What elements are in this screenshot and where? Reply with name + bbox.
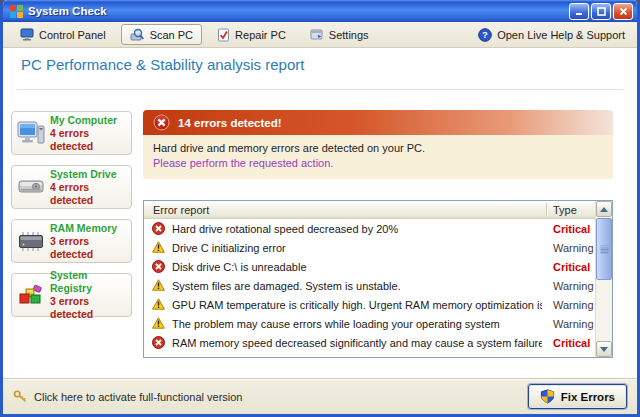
column-header-error-report[interactable]: Error report	[153, 204, 209, 216]
table-row[interactable]: RAM memory speed decreased significantly…	[144, 333, 595, 352]
error-type: Critical	[553, 337, 590, 349]
window-title: System Check	[28, 5, 567, 17]
sidebar-item-status: 3 errors detected	[50, 235, 128, 261]
toolbar-label: Settings	[329, 29, 369, 41]
repair-pc-icon	[217, 28, 230, 42]
toolbar-label: Repair PC	[235, 29, 286, 41]
close-button[interactable]	[613, 3, 633, 20]
hard-drive-icon	[15, 176, 47, 198]
title-divider	[17, 89, 623, 90]
activate-text: Click here to activate full-functional v…	[34, 391, 242, 403]
titlebar[interactable]: System Check	[3, 0, 637, 22]
warning-triangle-icon	[152, 279, 165, 292]
toolbar-control-panel[interactable]: Control Panel	[11, 24, 115, 45]
sidebar-item-status: 3 errors detected	[50, 295, 128, 321]
svg-text:?: ?	[482, 29, 488, 40]
alert-line1: Hard drive and memory errors are detecte…	[153, 141, 603, 156]
sidebar: My Computer 4 errors detected System Dri…	[11, 111, 132, 317]
shield-icon	[540, 389, 555, 404]
error-text: The problem may cause errors while loadi…	[172, 318, 500, 330]
toolbar-repair-pc[interactable]: Repair PC	[208, 24, 295, 46]
footer-bar: Click here to activate full-functional v…	[3, 378, 637, 414]
sidebar-item-my-computer[interactable]: My Computer 4 errors detected	[11, 111, 132, 155]
error-type: Warning	[553, 280, 594, 292]
sidebar-item-title: My Computer	[50, 114, 128, 127]
chevron-up-icon	[600, 207, 608, 212]
help-icon: ?	[478, 28, 492, 42]
sidebar-item-ram-memory[interactable]: RAM Memory 3 errors detected	[11, 219, 132, 263]
vertical-scrollbar[interactable]	[595, 201, 612, 357]
sidebar-item-status: 4 errors detected	[50, 181, 128, 207]
minimize-icon	[575, 7, 584, 16]
error-text: Hard drive rotational speed decreased by…	[172, 223, 398, 235]
sidebar-item-system-registry[interactable]: System Registry 3 errors detected	[11, 273, 132, 317]
fix-errors-label: Fix Errors	[561, 391, 615, 403]
sidebar-item-title: System Registry	[50, 269, 128, 295]
partial-next-row	[144, 352, 595, 357]
scan-pc-icon	[130, 28, 145, 41]
error-list-header[interactable]: Error report Type	[144, 201, 595, 219]
table-row[interactable]: Hard drive rotational speed decreased by…	[144, 219, 595, 238]
ram-chip-icon	[15, 230, 47, 253]
column-separator	[546, 203, 547, 216]
open-live-help-link[interactable]: ? Open Live Help & Support	[474, 25, 629, 45]
help-label: Open Live Help & Support	[497, 29, 625, 41]
warning-triangle-icon	[152, 241, 165, 254]
error-circle-icon	[153, 114, 170, 131]
table-row[interactable]: Drive C initializing error Warning	[144, 238, 595, 257]
toolbar-scan-pc[interactable]: Scan PC	[121, 24, 202, 45]
scrollbar-grip	[601, 246, 608, 247]
alert-action-link[interactable]: Please perform the requested action.	[153, 156, 603, 171]
critical-error-icon	[152, 222, 165, 235]
error-text: Disk drive C:\ is unreadable	[172, 261, 307, 273]
table-row[interactable]: Disk drive C:\ is unreadable Critical	[144, 257, 595, 276]
error-text: RAM memory speed decreased significantly…	[172, 337, 542, 349]
critical-error-icon	[152, 336, 165, 349]
page-title: PC Performance & Stability analysis repo…	[21, 56, 304, 73]
maximize-button[interactable]	[591, 3, 611, 20]
toolbar-label: Scan PC	[150, 29, 193, 41]
main-content: PC Performance & Stability analysis repo…	[3, 48, 637, 378]
sidebar-item-system-drive[interactable]: System Drive 4 errors detected	[11, 165, 132, 209]
critical-error-icon	[152, 260, 165, 273]
alert-banner-header: 14 errors detected!	[143, 110, 613, 135]
error-report-list: Error report Type Hard drive rotational …	[143, 200, 613, 358]
column-header-type[interactable]: Type	[553, 204, 577, 216]
minimize-button[interactable]	[569, 3, 589, 20]
toolbar: Control Panel Scan PC Repair PC Settin	[3, 22, 637, 48]
warning-triangle-icon	[152, 317, 165, 330]
toolbar-settings[interactable]: Settings	[301, 24, 378, 45]
settings-icon	[310, 28, 324, 41]
error-type: Warning	[553, 318, 594, 330]
scrollbar-thumb[interactable]	[596, 218, 612, 280]
computer-icon	[15, 120, 47, 147]
alert-title: 14 errors detected!	[178, 117, 282, 129]
windows-logo-icon	[9, 4, 24, 19]
table-row[interactable]: The problem may cause errors while loadi…	[144, 314, 595, 333]
error-text: System files are damaged. System is unst…	[172, 280, 401, 292]
toolbar-label: Control Panel	[39, 29, 106, 41]
fix-errors-button[interactable]: Fix Errors	[528, 384, 627, 409]
table-row[interactable]: GPU RAM temperature is critically high. …	[144, 295, 595, 314]
table-row[interactable]: System files are damaged. System is unst…	[144, 276, 595, 295]
registry-blocks-icon	[15, 283, 47, 308]
maximize-icon	[597, 7, 606, 16]
activate-link[interactable]: Click here to activate full-functional v…	[13, 390, 242, 403]
error-text: GPU RAM temperature is critically high. …	[172, 299, 542, 311]
warning-triangle-icon	[152, 298, 165, 311]
key-icon	[13, 390, 28, 403]
error-type: Critical	[553, 261, 590, 273]
alert-banner: 14 errors detected! Hard drive and memor…	[143, 110, 613, 179]
error-text: Drive C initializing error	[172, 242, 286, 254]
error-type: Warning	[553, 242, 594, 254]
chevron-down-icon	[600, 347, 608, 352]
close-icon	[619, 7, 628, 16]
scroll-down-button[interactable]	[596, 341, 612, 357]
scroll-up-button[interactable]	[596, 201, 612, 217]
system-check-window: System Check Control Panel Scan PC	[0, 0, 640, 417]
sidebar-item-title: System Drive	[50, 168, 128, 181]
alert-banner-body: Hard drive and memory errors are detecte…	[143, 135, 613, 179]
error-rows: Hard drive rotational speed decreased by…	[144, 219, 595, 357]
control-panel-icon	[20, 28, 34, 41]
sidebar-item-status: 4 errors detected	[50, 127, 128, 153]
